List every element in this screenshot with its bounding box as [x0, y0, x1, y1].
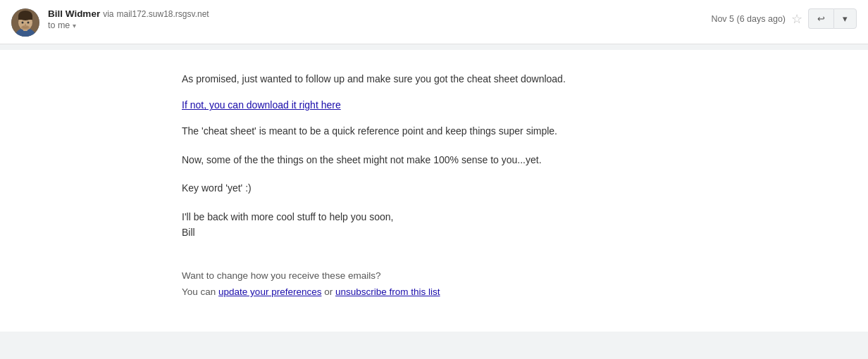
email-header: Bill Widmer via mail172.suw18.rsgsv.net …	[0, 0, 868, 44]
body-paragraph-5-line1: I'll be back with more cool stuff to hel…	[182, 209, 819, 225]
footer-section: Want to change how you receive these ema…	[182, 268, 819, 301]
footer-line2-prefix: You can	[182, 286, 216, 297]
download-link[interactable]: If not, you can download it right here	[182, 99, 819, 111]
body-paragraph-5-line2: Bill	[182, 225, 819, 240]
sender-name: Bill Widmer	[48, 8, 100, 19]
email-body: As promised, just wanted to follow up an…	[0, 50, 868, 332]
sender-email: mail172.suw18.rsgsv.net	[116, 9, 209, 19]
reply-icon: ↩	[817, 13, 825, 24]
email-wrapper: Bill Widmer via mail172.suw18.rsgsv.net …	[0, 0, 868, 332]
reply-button[interactable]: ↩	[808, 8, 833, 29]
sender-info: Bill Widmer via mail172.suw18.rsgsv.net …	[48, 8, 209, 30]
body-paragraph-2: The 'cheat sheet' is meant to be a quick…	[182, 123, 819, 139]
svg-point-6	[22, 22, 24, 24]
sender-section: Bill Widmer via mail172.suw18.rsgsv.net …	[11, 8, 209, 37]
more-options-icon: ▾	[843, 13, 848, 24]
body-paragraph-1: As promised, just wanted to follow up an…	[182, 71, 819, 87]
timestamp: Nov 5 (6 days ago)	[711, 14, 786, 24]
body-paragraph-3: Now, some of the the things on the sheet…	[182, 152, 819, 168]
action-buttons: ↩ ▾	[808, 8, 857, 29]
sender-name-line: Bill Widmer via mail172.suw18.rsgsv.net	[48, 8, 209, 19]
svg-point-9	[21, 25, 30, 30]
to-me-text: to me	[48, 20, 70, 30]
footer-or-text: or	[324, 286, 335, 297]
more-options-button[interactable]: ▾	[833, 8, 857, 29]
svg-point-7	[27, 22, 30, 24]
avatar	[11, 8, 39, 37]
to-me-line: to me ▾	[48, 20, 209, 30]
sender-via: via	[103, 9, 113, 19]
footer-line1: Want to change how you receive these ema…	[182, 268, 819, 284]
svg-rect-5	[18, 15, 32, 20]
header-right: Nov 5 (6 days ago) ☆ ↩ ▾	[711, 8, 857, 29]
to-me-dropdown-icon[interactable]: ▾	[73, 22, 76, 30]
email-body-container: As promised, just wanted to follow up an…	[0, 50, 868, 332]
footer-line2: You can update your preferences or unsub…	[182, 284, 819, 301]
unsubscribe-link[interactable]: unsubscribe from this list	[335, 286, 440, 297]
body-paragraph-4: Key word 'yet' :)	[182, 180, 819, 196]
star-icon[interactable]: ☆	[791, 13, 802, 25]
update-preferences-link[interactable]: update your preferences	[218, 286, 321, 297]
